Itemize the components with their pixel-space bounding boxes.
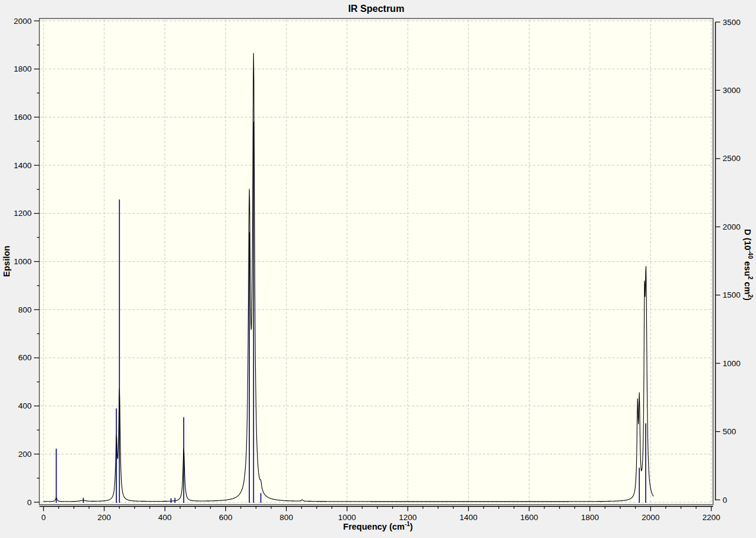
svg-text:1500: 1500 (723, 290, 740, 299)
svg-text:800: 800 (280, 513, 293, 522)
svg-text:3500: 3500 (723, 18, 740, 27)
svg-text:2000: 2000 (14, 17, 32, 26)
svg-text:2200: 2200 (702, 513, 720, 522)
svg-text:3000: 3000 (723, 86, 740, 95)
x-axis-label: Frequency (cm-1) (343, 521, 413, 531)
svg-text:600: 600 (18, 353, 32, 362)
svg-text:600: 600 (219, 513, 233, 522)
chart-title: IR Spectrum (348, 4, 404, 14)
svg-text:2500: 2500 (723, 154, 740, 163)
svg-text:1600: 1600 (14, 113, 32, 122)
svg-text:2000: 2000 (642, 513, 659, 522)
svg-text:1200: 1200 (14, 209, 32, 218)
svg-text:400: 400 (18, 401, 32, 410)
svg-text:1600: 1600 (520, 513, 538, 522)
svg-text:200: 200 (18, 450, 32, 459)
svg-text:1400: 1400 (14, 161, 32, 170)
right-y-axis-label: D (10-40 esu2 cm2) (743, 229, 754, 301)
svg-text:0: 0 (27, 498, 32, 507)
svg-text:1400: 1400 (460, 513, 478, 522)
left-y-axis-label: Epsilon (2, 246, 11, 277)
svg-text:1000: 1000 (723, 359, 740, 368)
svg-text:400: 400 (158, 513, 172, 522)
svg-text:0: 0 (41, 513, 46, 522)
svg-text:2000: 2000 (723, 222, 740, 231)
svg-text:800: 800 (18, 305, 32, 314)
ir-spectrum-window: 0200400600800100012001400160018002000020… (0, 0, 756, 538)
svg-text:500: 500 (723, 427, 736, 436)
svg-text:1800: 1800 (14, 64, 32, 73)
svg-text:1800: 1800 (581, 513, 599, 522)
ir-spectrum-chart: 0200400600800100012001400160018002000020… (0, 0, 756, 538)
svg-text:0: 0 (723, 496, 727, 505)
svg-text:200: 200 (98, 513, 111, 522)
svg-text:1000: 1000 (14, 257, 32, 266)
svg-text:1000: 1000 (338, 513, 356, 522)
